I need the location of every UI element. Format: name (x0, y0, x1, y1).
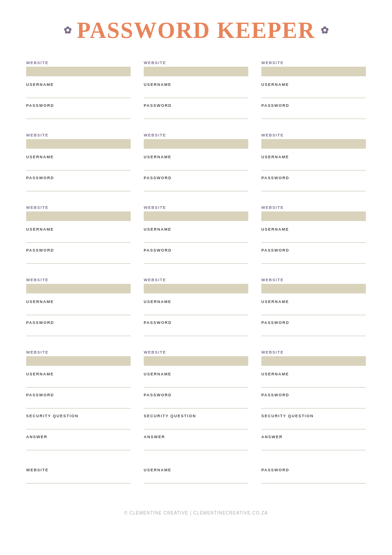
username-line[interactable] (26, 161, 131, 170)
deco-right-icon: ✿ (321, 25, 328, 36)
username-label: USERNAME (26, 300, 131, 304)
security-question-line[interactable] (26, 420, 131, 429)
website-label: WEBSITE (261, 278, 366, 282)
password-line[interactable] (26, 109, 131, 119)
username-line[interactable] (144, 306, 248, 315)
entry-block-1-3: WEBSITE USERNAME PASSWORD (261, 61, 366, 124)
bottom-row: WEBSITE USERNAME PASSWORD (26, 468, 366, 493)
entry-block-2-3: WEBSITE USERNAME PASSWORD (261, 133, 366, 197)
website-label: WEBSITE (26, 278, 131, 282)
website-bar[interactable] (261, 211, 366, 221)
username-line[interactable] (26, 233, 131, 243)
username-label: USERNAME (144, 372, 248, 376)
username-label: USERNAME (144, 300, 248, 304)
security-question-label: SECURITY QUESTION (261, 414, 366, 418)
entry-block-5-3: WEBSITE USERNAME PASSWORD SECURITY QUEST… (261, 350, 366, 456)
website-label: WEBSITE (144, 350, 248, 354)
website-bar[interactable] (144, 356, 248, 366)
username-label: USERNAME (26, 82, 131, 87)
username-line[interactable] (144, 378, 248, 388)
password-label: PASSWORD (26, 103, 131, 108)
website-bar[interactable] (261, 356, 366, 366)
username-label: USERNAME (261, 82, 366, 87)
security-question-line[interactable] (261, 420, 366, 429)
username-label: USERNAME (144, 155, 248, 159)
username-line[interactable] (144, 161, 248, 170)
website-bar[interactable] (26, 139, 131, 149)
deco-left-icon: ✿ (64, 25, 71, 36)
password-line[interactable] (26, 254, 131, 264)
password-line[interactable] (26, 327, 131, 336)
entry-block-3-2: WEBSITE USERNAME PASSWORD (144, 205, 248, 269)
website-bar[interactable] (144, 211, 248, 221)
website-bar[interactable] (144, 67, 248, 76)
password-line-bottom[interactable] (261, 474, 366, 483)
answer-label: ANSWER (26, 435, 131, 439)
website-bar[interactable] (144, 139, 248, 149)
password-line[interactable] (261, 327, 366, 336)
website-bar[interactable] (261, 67, 366, 76)
website-label: WEBSITE (261, 133, 366, 137)
website-bar[interactable] (261, 284, 366, 293)
username-line[interactable] (261, 233, 366, 243)
entry-block-4-3: WEBSITE USERNAME PASSWORD (261, 278, 366, 341)
website-bar[interactable] (26, 284, 131, 293)
password-label: PASSWORD (261, 248, 366, 252)
row-1: WEBSITE USERNAME PASSWORD WEBSITE USERNA… (26, 61, 366, 133)
password-line[interactable] (261, 254, 366, 264)
username-line[interactable] (26, 89, 131, 98)
username-line[interactable] (261, 89, 366, 98)
website-bar[interactable] (26, 67, 131, 76)
entry-block-1-2: WEBSITE USERNAME PASSWORD (144, 61, 248, 124)
username-label: USERNAME (26, 155, 131, 159)
username-line-bottom[interactable] (144, 474, 248, 483)
password-label: PASSWORD (26, 393, 131, 397)
password-line[interactable] (261, 182, 366, 191)
security-question-line[interactable] (144, 420, 248, 429)
page-header: ✿ PASSWORD KEEPER ✿ (26, 17, 366, 43)
username-line[interactable] (261, 306, 366, 315)
website-label: WEBSITE (26, 205, 131, 210)
password-line[interactable] (144, 254, 248, 264)
website-bar[interactable] (26, 211, 131, 221)
answer-line[interactable] (26, 441, 131, 450)
username-line[interactable] (144, 233, 248, 243)
username-line[interactable] (26, 306, 131, 315)
username-line[interactable] (261, 378, 366, 388)
password-label: PASSWORD (261, 103, 366, 108)
website-line-bottom[interactable] (26, 474, 131, 483)
bottom-website: WEBSITE (26, 468, 131, 489)
row-4: WEBSITE USERNAME PASSWORD WEBSITE USERNA… (26, 278, 366, 350)
password-label: PASSWORD (261, 176, 366, 180)
password-line[interactable] (144, 327, 248, 336)
entry-block-2-1: WEBSITE USERNAME PASSWORD (26, 133, 131, 197)
website-bar[interactable] (144, 284, 248, 293)
entry-block-3-3: WEBSITE USERNAME PASSWORD (261, 205, 366, 269)
password-line[interactable] (144, 182, 248, 191)
password-line[interactable] (261, 399, 366, 409)
password-line[interactable] (144, 399, 248, 409)
username-label-bottom: USERNAME (144, 468, 248, 472)
password-line[interactable] (26, 182, 131, 191)
website-label: WEBSITE (144, 205, 248, 210)
username-line[interactable] (26, 378, 131, 388)
row-3: WEBSITE USERNAME PASSWORD WEBSITE USERNA… (26, 205, 366, 278)
website-bar[interactable] (26, 356, 131, 366)
password-line[interactable] (144, 109, 248, 119)
website-label: WEBSITE (144, 61, 248, 65)
username-label: USERNAME (26, 372, 131, 376)
answer-line[interactable] (144, 441, 248, 450)
website-label: WEBSITE (261, 205, 366, 210)
website-bar[interactable] (261, 139, 366, 149)
website-label-bottom: WEBSITE (26, 468, 131, 472)
username-line[interactable] (144, 89, 248, 98)
entry-block-3-1: WEBSITE USERNAME PASSWORD (26, 205, 131, 269)
row-2: WEBSITE USERNAME PASSWORD WEBSITE USERNA… (26, 133, 366, 205)
password-line[interactable] (261, 109, 366, 119)
website-label: WEBSITE (261, 350, 366, 354)
password-line[interactable] (26, 399, 131, 409)
security-question-label: SECURITY QUESTION (26, 414, 131, 418)
answer-label: ANSWER (144, 435, 248, 439)
username-line[interactable] (261, 161, 366, 170)
answer-line[interactable] (261, 441, 366, 450)
